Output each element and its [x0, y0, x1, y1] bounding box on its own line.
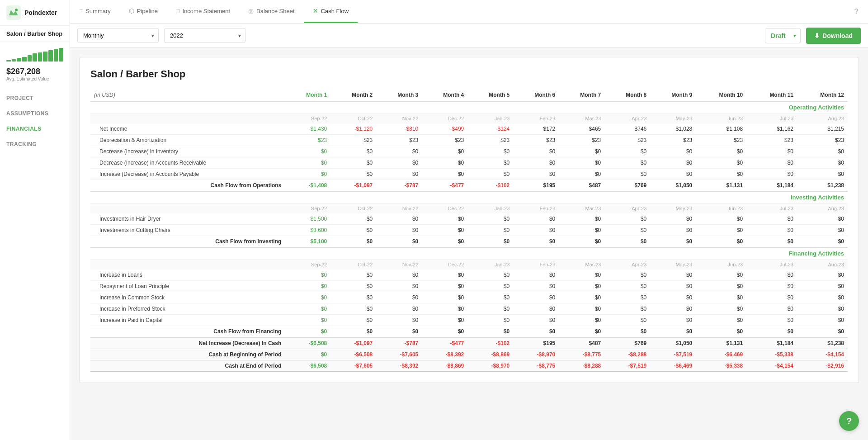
main-area: ≡Summary⬡Pipeline□Income Statement◎Balan… — [70, 0, 868, 440]
table-row: Decrease (Increase) in Inventory$0$0$0$0… — [90, 146, 848, 157]
tab-label: Balance Sheet — [256, 8, 295, 14]
section-header-row: Operating Activities — [90, 101, 848, 114]
help-icon: ? — [854, 8, 859, 16]
col-header-label: (In USD) — [90, 89, 285, 101]
sidebar: Poindexter Salon / Barber Shop $267,208 … — [0, 0, 70, 440]
sidebar-nav-item-project[interactable]: PROJECT — [0, 90, 70, 106]
tab-label: Cash Flow — [321, 8, 349, 14]
section-header-row: Investing Activities — [90, 191, 848, 203]
table-row: Net Income-$1,430-$1,120-$810-$499-$124$… — [90, 123, 848, 135]
download-icon: ⬇ — [814, 32, 820, 39]
logo-area: Poindexter — [0, 0, 70, 26]
cash-flow-table: (In USD) Month 1 Month 2 Month 3 Month 4… — [90, 89, 848, 372]
tab-label: Income Statement — [183, 8, 231, 14]
table-row: Increase (Decrease) in Accounts Payable$… — [90, 169, 848, 180]
col-header-month1: Month 1 — [285, 89, 330, 101]
sidebar-chart — [0, 42, 70, 65]
chart-bar — [38, 52, 42, 62]
report-card: Salon / Barber Shop (In USD) Month 1 Mon… — [79, 57, 859, 383]
chart-bar — [59, 48, 63, 62]
table-row: Repayment of Loan Principle$0$0$0$0$0$0$… — [90, 281, 848, 292]
sidebar-nav-item-tracking[interactable]: TRACKING — [0, 137, 70, 152]
tab-cash-flow[interactable]: ✕Cash Flow — [304, 0, 358, 23]
section-header-row: Financing Activities — [90, 247, 848, 260]
svg-point-1 — [15, 9, 18, 11]
col-header-m3: Month 3 — [376, 89, 422, 101]
draft-select[interactable]: Draft Final — [765, 28, 801, 43]
year-select-wrapper: 202120222023 ▾ — [164, 28, 245, 43]
tab-icon: □ — [176, 7, 179, 14]
tab-label: Summary — [85, 8, 111, 14]
table-row: Increase in Loans$0$0$0$0$0$0$0$0$0$0$0$… — [90, 270, 848, 281]
year-select[interactable]: 202120222023 — [164, 28, 245, 43]
svg-rect-0 — [6, 5, 21, 20]
period-select[interactable]: MonthlyQuarterlyAnnual — [77, 28, 159, 43]
subtotal-row: Cash Flow from Operations-$1,408-$1,097-… — [90, 180, 848, 192]
report-title: Salon / Barber Shop — [90, 68, 848, 80]
col-header-m6: Month 6 — [513, 89, 559, 101]
content-area[interactable]: Salon / Barber Shop (In USD) Month 1 Mon… — [70, 48, 868, 440]
period-select-wrapper: MonthlyQuarterlyAnnual ▾ — [77, 28, 159, 43]
sidebar-estimated-value: $267,208 Avg. Estimated Value — [0, 65, 70, 83]
table-row: Investments in Hair Dryer$1,500$0$0$0$0$… — [90, 213, 848, 225]
month-labels-row: Sep-22Oct-22Nov-22Dec-22Jan-23Feb-23Mar-… — [90, 260, 848, 270]
table-row: Decrease (Increase) in Accounts Receivab… — [90, 157, 848, 169]
chart-bar — [17, 58, 21, 62]
estimated-amount: $267,208 — [6, 67, 63, 76]
toolbar: MonthlyQuarterlyAnnual ▾ 202120222023 ▾ … — [70, 24, 868, 48]
table-row: Increase in Preferred Stock$0$0$0$0$0$0$… — [90, 303, 848, 315]
sidebar-nav-item-financials[interactable]: FINANCIALS — [0, 121, 70, 137]
table-row: Depreciation & Amortization$23$23$23$23$… — [90, 135, 848, 146]
chart-bar — [48, 50, 53, 62]
col-header-m10: Month 10 — [696, 89, 746, 101]
tab-icon: ≡ — [79, 7, 83, 14]
sidebar-nav-item-assumptions[interactable]: ASSUMPTIONS — [0, 106, 70, 121]
tab-summary[interactable]: ≡Summary — [70, 0, 120, 23]
chart-bar — [22, 57, 27, 62]
month-labels-row: Sep-22Oct-22Nov-22Dec-22Jan-23Feb-23Mar-… — [90, 203, 848, 214]
col-header-m9: Month 9 — [650, 89, 696, 101]
tab-pipeline[interactable]: ⬡Pipeline — [120, 0, 167, 23]
draft-wrapper: Draft Final ▾ — [765, 28, 801, 43]
col-header-m12: Month 12 — [797, 89, 848, 101]
tab-balance-sheet[interactable]: ◎Balance Sheet — [239, 0, 304, 23]
total-row: Cash at End of Period-$6,508-$7,605-$8,3… — [90, 360, 848, 372]
col-header-m7: Month 7 — [559, 89, 604, 101]
subtotal-row: Cash Flow from Investing$5,100$0$0$0$0$0… — [90, 236, 848, 248]
tab-income-statement[interactable]: □Income Statement — [167, 0, 239, 23]
subtotal-row: Cash Flow from Financing$0$0$0$0$0$0$0$0… — [90, 326, 848, 338]
chart-bar — [28, 55, 32, 62]
total-row: Cash at Beginning of Period$0-$6,508-$7,… — [90, 349, 848, 360]
table-row: Increase in Paid in Capital$0$0$0$0$0$0$… — [90, 315, 848, 326]
chart-bar — [33, 53, 37, 62]
col-header-m4: Month 4 — [422, 89, 467, 101]
tab-icon: ✕ — [313, 7, 318, 14]
help-button[interactable]: ? — [844, 0, 868, 23]
chart-bar — [12, 59, 16, 62]
chart-bar — [6, 60, 11, 62]
estimated-label: Avg. Estimated Value — [6, 76, 63, 81]
tab-icon: ◎ — [248, 7, 254, 14]
poindexter-logo-icon — [6, 5, 21, 20]
total-row: Net Increase (Decrease) In Cash-$6,508-$… — [90, 337, 848, 349]
tab-icon: ⬡ — [129, 7, 134, 14]
table-row: Investments in Cutting Chairs$3,600$0$0$… — [90, 225, 848, 236]
download-label: Download — [822, 32, 853, 39]
chart-bar — [43, 52, 47, 62]
logo-text: Poindexter — [24, 9, 57, 16]
sidebar-nav: PROJECTASSUMPTIONSFINANCIALSTRACKING — [0, 90, 70, 152]
col-header-m11: Month 11 — [746, 89, 797, 101]
month-labels-row: Sep-22Oct-22Nov-22Dec-22Jan-23Feb-23Mar-… — [90, 114, 848, 124]
business-name: Salon / Barber Shop — [0, 26, 70, 42]
chart-bar — [54, 49, 58, 62]
tab-label: Pipeline — [137, 8, 158, 14]
col-header-m2: Month 2 — [330, 89, 376, 101]
col-header-m8: Month 8 — [604, 89, 650, 101]
top-nav: ≡Summary⬡Pipeline□Income Statement◎Balan… — [70, 0, 868, 24]
table-row: Increase in Common Stock$0$0$0$0$0$0$0$0… — [90, 292, 848, 303]
help-fab-button[interactable]: ? — [839, 411, 859, 431]
download-button[interactable]: ⬇ Download — [806, 28, 861, 44]
chart-bars — [6, 46, 63, 62]
col-header-m5: Month 5 — [467, 89, 513, 101]
